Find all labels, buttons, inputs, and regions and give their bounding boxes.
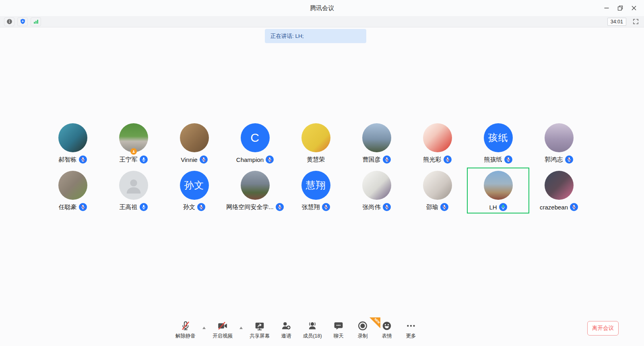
chat-icon [333,321,344,331]
avatar: 孩纸 [484,123,513,152]
participant-grid: 郝智栋 王宁军 Vinnie CChampion 黄慧荣曹国彦 熊光彩 孩纸熊孩… [42,121,589,213]
participant-name: 张尚伟 [363,203,381,211]
participant-name-row: Champion [236,155,274,164]
avatar-initials: C [250,131,260,145]
participant-tile[interactable]: 王高祖 [103,168,164,213]
caret-up-icon[interactable] [201,327,207,329]
meeting-window: 腾讯会议 34:01 [0,0,644,346]
participant-name-row: crazebean [540,203,578,211]
fullscreen-icon[interactable] [631,17,640,26]
participant-name: 熊光彩 [423,156,442,164]
mic-muted-icon [79,203,87,211]
network-signal-icon[interactable] [31,17,41,26]
toolbar-member[interactable]: 成员(18) [299,321,325,340]
participant-name: 孙文 [183,203,195,211]
participant-name: Champion [236,156,264,163]
participant-name: 网络空间安全学... [226,203,274,211]
mic-on-icon [140,203,148,211]
toolbar-more[interactable]: 更多 [400,321,422,340]
caret-up-icon[interactable] [238,327,244,329]
avatar [545,171,574,200]
restore-button[interactable] [613,1,627,15]
toolbar-label: 开启视频 [213,333,233,340]
statusbar: 34:01 [0,16,644,27]
participant-name: 郭鸿志 [545,156,563,164]
avatar [423,171,452,200]
participant-name: crazebean [540,204,568,211]
mic-muted-icon [276,203,284,211]
mic-muted-icon [565,155,573,164]
minimize-button[interactable] [600,1,613,15]
participant-tile[interactable]: crazebean [528,168,589,213]
toolbar-chat[interactable]: 聊天 [328,321,349,340]
security-shield-icon[interactable] [17,17,28,26]
toolbar-label: 录制 [358,333,368,340]
mic-muted-icon [383,155,391,164]
participant-name-row: 王宁军 [120,155,148,164]
participant-row: 郝智栋 王宁军 Vinnie CChampion 黄慧荣曹国彦 熊光彩 孩纸熊孩… [42,121,589,165]
toolbar-label: 成员(18) [303,333,322,340]
mic-muted-icon [444,155,452,164]
participant-tile[interactable]: 曹国彦 [346,121,407,165]
avatar-initials: 孩纸 [488,131,508,144]
participant-tile[interactable]: 孙文孙文 [164,168,225,213]
mic-muted-icon [504,155,512,164]
participant-name-row: 郭鸿志 [545,155,573,164]
avatar: 慧翔 [301,171,330,200]
mic-muted-icon [197,203,205,211]
avatar [545,123,574,152]
toolbar-record[interactable]: 录制NEW [352,321,374,340]
participant-tile[interactable]: CChampion [225,121,285,165]
participant-tile[interactable]: 黄慧荣 [285,121,346,165]
mic-muted-icon [322,203,330,211]
participant-tile[interactable]: 郭鸿志 [528,121,589,165]
person-silhouette-icon [123,175,144,196]
participant-tile[interactable]: 张尚伟 [346,168,407,213]
participant-tile[interactable]: 王宁军 [103,121,164,165]
info-icon[interactable] [4,17,14,26]
participant-name-row: 张尚伟 [363,203,391,211]
participant-name-row: 曹国彦 [363,155,391,164]
default-avatar [119,171,148,200]
participant-name-row: 黄慧荣 [307,155,325,164]
toolbar-mic-muted[interactable]: 解除静音 [172,321,199,340]
participant-tile[interactable]: 任聪豪 [42,168,103,213]
participant-tile[interactable]: 慧翔张慧翔 [285,168,346,213]
avatar [484,171,513,200]
toolbar-emoji[interactable]: 表情 [376,321,398,340]
window-title: 腾讯会议 [310,4,334,12]
avatar [301,123,330,152]
mic-muted-icon [200,155,208,164]
participant-name-row: 郝智栋 [59,155,87,164]
participant-tile[interactable]: 郝智栋 [42,121,103,165]
avatar [58,123,87,152]
participant-tile[interactable]: LH [468,168,528,213]
participant-tile[interactable]: 孩纸熊孩纸 [468,121,528,165]
host-badge-icon [130,148,137,155]
participant-name: 熊孩纸 [484,156,502,164]
participant-name-row: 任聪豪 [59,203,87,211]
toolbar-label: 解除静音 [175,333,196,340]
toolbar-camera-off[interactable]: 开启视频 [209,321,236,340]
participant-name: 张慧翔 [302,203,320,211]
status-icons [4,17,41,26]
participant-tile[interactable]: Vinnie [164,121,225,165]
toolbar-screen-share[interactable]: 共享屏幕 [246,321,273,340]
leave-meeting-button[interactable]: 离开会议 [587,321,619,336]
participant-name-row: 王高祖 [120,203,148,211]
participant-name-row: LH [489,203,507,211]
close-button[interactable] [627,1,641,15]
participant-tile[interactable]: 邵瑜 [407,168,468,213]
mic-muted-icon [383,203,391,211]
participant-tile[interactable]: 网络空间安全学... [225,168,285,213]
toolbar-invite[interactable]: 邀请 [275,321,297,340]
avatar [241,171,270,200]
participant-name-row: 熊光彩 [423,155,452,164]
participant-name: 邵瑜 [426,203,438,211]
participant-name: 郝智栋 [59,156,77,164]
avatar [180,123,209,152]
participant-tile[interactable]: 熊光彩 [407,121,468,165]
participant-name: 曹国彦 [363,156,381,164]
more-icon [406,321,416,331]
toolbar: 解除静音 开启视频 共享屏幕 邀请 成员(18) 聊天 录制NEW 表情更多 [172,321,422,340]
